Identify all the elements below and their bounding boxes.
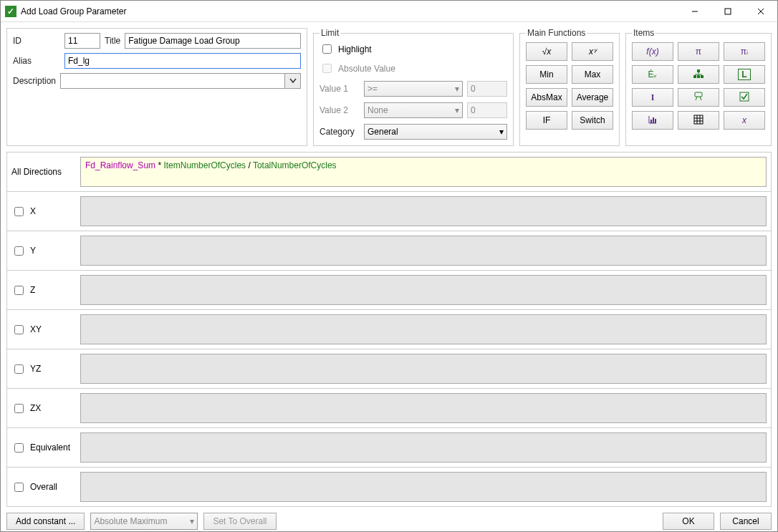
equivalent-checkbox[interactable] <box>14 443 24 453</box>
ev-item-button[interactable]: Ėᵥ <box>632 65 673 84</box>
limit-legend: Limit <box>320 28 340 38</box>
limit-panel: Limit Highlight Absolute Value Value 1 >… <box>313 28 514 146</box>
category-combo[interactable]: General▾ <box>364 124 507 140</box>
tree-icon <box>693 69 703 81</box>
yz-formula[interactable] <box>80 354 767 384</box>
sqrt-button[interactable]: √x <box>526 42 567 61</box>
svg-line-12 <box>700 97 701 100</box>
svg-rect-9 <box>701 75 703 78</box>
zx-formula[interactable] <box>80 393 767 423</box>
checkbox-icon <box>739 92 749 104</box>
equivalent-formula[interactable] <box>80 432 767 463</box>
I-item-button[interactable]: I <box>632 88 673 107</box>
svg-rect-18 <box>655 119 656 123</box>
grid-icon <box>693 115 703 127</box>
max-button[interactable]: Max <box>572 65 613 84</box>
cancel-button[interactable]: Cancel <box>720 513 772 530</box>
app-check-icon: ✓ <box>5 6 16 17</box>
pi-item-button[interactable]: π <box>678 42 719 61</box>
direction-row-zx: ZX <box>7 389 771 428</box>
content-area: ID Title Alias Description <box>1 22 777 513</box>
description-dropdown-button[interactable] <box>285 73 301 89</box>
chart-icon <box>648 115 658 127</box>
x-formula[interactable] <box>80 196 767 226</box>
x-item-button[interactable]: x <box>724 111 765 130</box>
all-directions-formula[interactable]: Fd_Rainflow_Sum * ItemNumberOfCycles / T… <box>80 157 767 187</box>
tree-item-button[interactable] <box>678 65 719 84</box>
power-button[interactable]: xʸ <box>572 42 613 61</box>
description-label: Description <box>13 76 56 86</box>
switch-button[interactable]: Switch <box>572 111 613 130</box>
absolute-value-checkbox[interactable]: Absolute Value <box>320 62 507 75</box>
fx-item-button[interactable]: f(x) <box>632 42 673 61</box>
add-constant-button[interactable]: Add constant ... <box>6 513 85 530</box>
check-item-button[interactable] <box>724 88 765 107</box>
yz-checkbox[interactable] <box>14 364 24 374</box>
items-legend: Items <box>632 28 655 38</box>
value2-number[interactable] <box>467 102 507 118</box>
main-functions-legend: Main Functions <box>526 28 587 38</box>
id-label: ID <box>13 36 60 46</box>
window-title: Add Load Group Parameter <box>21 6 126 16</box>
x-checkbox[interactable] <box>14 207 24 216</box>
zx-checkbox[interactable] <box>14 404 24 413</box>
minimize-button[interactable] <box>678 1 711 22</box>
L-item-button[interactable]: L <box>724 65 765 84</box>
absmax-button[interactable]: AbsMax <box>526 88 567 107</box>
y-formula[interactable] <box>80 236 767 266</box>
z-checkbox[interactable] <box>14 286 24 295</box>
direction-row-overall: Overall <box>7 468 771 506</box>
direction-row-x: X <box>7 192 771 231</box>
value2-operator-combo[interactable]: None▾ <box>364 102 463 118</box>
min-button[interactable]: Min <box>526 65 567 84</box>
title-input[interactable] <box>125 33 301 49</box>
tool-item-button[interactable] <box>678 88 719 107</box>
basic-panel: ID Title Alias Description <box>6 28 307 146</box>
xy-formula[interactable] <box>80 314 767 344</box>
alias-input[interactable] <box>64 53 301 69</box>
main-functions-panel: Main Functions √x xʸ Min Max AbsMax Aver… <box>519 28 620 146</box>
y-checkbox[interactable] <box>14 246 24 256</box>
direction-row-yz: YZ <box>7 349 771 389</box>
pi-i-item-button[interactable]: πᵢ <box>724 42 765 61</box>
ok-button[interactable]: OK <box>663 513 714 530</box>
window-controls <box>678 1 777 22</box>
direction-row-z: Z <box>7 271 771 310</box>
chevron-down-icon: ▾ <box>455 84 459 94</box>
id-input[interactable] <box>64 33 100 49</box>
svg-line-11 <box>696 97 697 100</box>
chevron-down-icon: ▾ <box>455 105 459 115</box>
grid-item-button[interactable] <box>678 111 719 130</box>
all-directions-label: All Directions <box>7 153 80 191</box>
svg-rect-8 <box>697 75 700 78</box>
top-panels: ID Title Alias Description <box>6 28 772 146</box>
title-label: Title <box>105 36 120 46</box>
value2-label: Value 2 <box>320 105 360 115</box>
overall-checkbox[interactable] <box>14 483 24 492</box>
close-button[interactable] <box>744 1 777 22</box>
value1-number[interactable] <box>467 81 507 97</box>
chart-item-button[interactable] <box>632 111 673 130</box>
description-input[interactable] <box>60 73 285 89</box>
average-button[interactable]: Average <box>572 88 613 107</box>
xy-checkbox[interactable] <box>14 325 24 334</box>
if-button[interactable]: IF <box>526 111 567 130</box>
svg-rect-19 <box>694 115 703 124</box>
maximize-button[interactable] <box>711 1 744 22</box>
items-panel: Items f(x) π πᵢ Ėᵥ L I <box>625 28 772 146</box>
chevron-down-icon: ▾ <box>499 127 504 137</box>
highlight-checkbox[interactable]: Highlight <box>320 42 507 56</box>
category-label: Category <box>320 127 360 137</box>
z-formula[interactable] <box>80 275 767 305</box>
svg-rect-10 <box>695 92 702 97</box>
all-directions-row: All Directions Fd_Rainflow_Sum * ItemNum… <box>7 153 771 192</box>
chevron-down-icon: ▾ <box>190 516 194 526</box>
overall-formula[interactable] <box>80 472 767 502</box>
direction-row-y: Y <box>7 231 771 271</box>
set-to-overall-button[interactable]: Set To Overall <box>203 513 276 530</box>
svg-rect-17 <box>653 117 654 123</box>
value1-operator-combo[interactable]: >=▾ <box>364 81 463 97</box>
overall-mode-combo[interactable]: Absolute Maximum▾ <box>90 513 198 530</box>
dialog-window: ✓ Add Load Group Parameter ID Title Alia… <box>0 0 778 532</box>
svg-rect-1 <box>725 9 731 14</box>
